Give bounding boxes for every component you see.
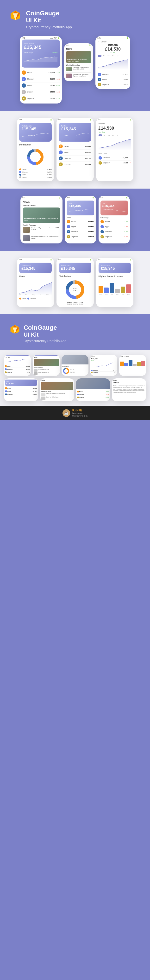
eth-name: Ethereum [27, 78, 50, 80]
donut-container [19, 147, 52, 167]
prow-doge: Ɖ Dogecoin £13,548 [59, 162, 91, 167]
gains-phone: 9:41🔋 Portfolio Value £15,345 Highest Ga… [96, 258, 134, 307]
tab-1y[interactable]: 1y [116, 55, 119, 57]
balance-amount: £15,345 [24, 45, 58, 50]
btc-name: Bitcoin [27, 72, 49, 73]
donut-chart [26, 147, 45, 167]
footer-ui-kit: UI Kit [24, 331, 66, 338]
doge-name: Dogecoin [27, 97, 50, 99]
tab-1w[interactable]: 1w [102, 55, 106, 57]
news-divider-1 [66, 72, 91, 73]
list-item-ltc: Ł Litecoin £43.00 -0.5% [22, 89, 60, 95]
prow-btc: ₿ Bitcoin £11,602 [59, 143, 91, 150]
popular-label: Popular Articles [23, 205, 60, 207]
bitcoin-change: +2.4% [98, 52, 128, 53]
mini-grid-1: £15,345 Bitcoin £10,502 Ethereum £1,200 [4, 355, 146, 376]
value-phone: 9:41🔋 Portfolio Value £15,345 Value [17, 258, 54, 307]
legend-pct-xrp: 20.50% [47, 174, 52, 175]
legend-pct-eth: 28.21% [47, 171, 52, 173]
news-item-1: Crypto and Cryptocurrency News XRP in 20… [66, 67, 91, 71]
news-article-1: Crypto and Cryptocurrency News XRP in 20… [73, 67, 91, 70]
watermark-section: ☕ 设计小咖 iamxk.com 精品内容分享下载 [0, 406, 150, 420]
news-thumb-2 [66, 73, 72, 78]
news-thumb-1 [66, 67, 72, 71]
coin-list-phone-1: 9:41🔋 Total £15,345 Panel ₿ Bitcoin £11,… [65, 196, 96, 243]
legend-dot-xrp [19, 174, 21, 176]
portfolio-chart [24, 54, 58, 64]
doge-label: Dogecoin [102, 84, 123, 85]
dist-balance-label: Portfolio Value [22, 125, 49, 127]
mini-phone-4: Bitcoin £14,530 +2.4% Ethereum £1,200 Do… [90, 355, 117, 376]
eth-price: £1,200 [50, 78, 55, 80]
xrp-icon: ✕ [22, 83, 26, 88]
port-status: 9:41🔋 [56, 118, 94, 121]
legend-name-xrp: Ripple [22, 174, 46, 175]
mini-phone-8: Bitcoin +2.4% Ethereum -1.2% Dogecoin +1… [76, 378, 110, 401]
mini-phone-7: News Weekly Roundup Crypto and Cryptocur… [40, 378, 74, 401]
prow-xrp: ✕ Ethereum £15,125 [59, 156, 91, 162]
legend-pct-btc: 47.36% [47, 169, 52, 170]
sketch-logo [10, 10, 21, 21]
portfolio-rows: ₿ Bitcoin £11,602 Ξ Ripple £17,525 ✕ Eth… [59, 143, 91, 167]
tab-1d[interactable]: 1d [98, 55, 102, 57]
watermark-brand: 设计小咖 [72, 409, 87, 412]
mc-row-2: Ɖ Dogecoin £0.06 ▼ [98, 161, 131, 165]
list-item-btc: ₿ Bitcoin £10,502 +2.4% [22, 70, 60, 76]
bitcoin-header: Bitcoin £14,530 +2.4% [98, 43, 128, 53]
coin-list-phone-2: 9:41🔋 Total £15,345 % Change... ₿ Bitcoi… [98, 196, 130, 243]
status-bar-3: 9:41🔋 [95, 36, 130, 40]
tab-1m[interactable]: 1m [106, 55, 110, 57]
doge-change: +1.1% [56, 98, 60, 99]
row-xrp: ✕ Ripple £0.31 [98, 77, 128, 82]
footer-brand: CoinGauge UI Kit Cryptocurrency Portfoli… [0, 314, 150, 350]
balance-card: Total Portfolio £15,345 24h Change +8.74… [22, 40, 60, 68]
legend-xrp: Ripple 20.50% [19, 174, 52, 176]
list-item-xrp: ✕ Ripple £0.31 +0.8% [22, 83, 60, 89]
list-item-doge: Ɖ Dogecoin £0.06 +1.1% [22, 95, 60, 102]
news-article-2: People Bitcoin Tell Off The Cryptocurren… [73, 73, 91, 77]
eth-price-sm: £1,200 [123, 73, 128, 75]
distribution-phone: 9:41🔋 Portfolio Value £15,345 Distributi… [17, 118, 54, 181]
header-section: CoinGauge UI Kit Cryptocurrency Portfoli… [0, 0, 150, 36]
footer-sketch-logo [10, 324, 20, 334]
legend-ltc: Litecoin 3.93% [19, 177, 52, 178]
svg-text:47%: 47% [73, 290, 77, 292]
total-label: Total Portfolio [24, 42, 58, 44]
news-phones-row: 9:41🔋 News Popular Articles Financial Gi… [5, 196, 145, 243]
status-bar-1: 9:41 ●●●WiFi🔋 [20, 36, 62, 40]
mini-phone-6: Total £15,345 Bitcoin £11,602 Ripple £17… [4, 378, 38, 401]
accent-card: Total £15,345 [100, 200, 128, 215]
bitcoin-name: Bitcoin [98, 43, 128, 47]
white-phones-row: 9:41🔋 Portfolio Value £15,345 Distributi… [5, 118, 145, 181]
prow-eth: Ξ Ripple £17,525 [59, 150, 91, 156]
eth-change: -1.2% [56, 78, 60, 80]
port-screen: Portfolio £15,345 ₿ Bitcoin £11,602 Ξ [56, 121, 94, 170]
svg-text:Jul: Jul [40, 294, 41, 296]
legend-name-eth: Ethereum [22, 171, 46, 173]
dist-phone-2: 9:41🔋 Portfolio Value £15,345 Distributi… [56, 258, 94, 307]
watermark-content: ☕ 设计小咖 iamxk.com 精品内容分享下载 [63, 409, 87, 417]
mini-phone-9: Bitcoin £14,530 +2.4% today Bitcoin is a… [112, 378, 146, 401]
mini-phone-2: News Weekly Roundup Crypto News XRP 2018… [33, 355, 60, 376]
chart-tabs: 1d 1w 1m 3m 1y [98, 55, 128, 57]
svg-text:May: May [32, 294, 35, 296]
doge-icon-sm: Ɖ [98, 83, 101, 86]
dist-status: 9:41🔋 [17, 118, 54, 121]
port-chart-sm [61, 132, 89, 138]
mc-row-1: Ξ Ethereum £1,200 ▲ [98, 156, 131, 161]
btc-chg-pct: +£4 Day [98, 131, 131, 133]
weekly-label: Weekly Roundup [23, 224, 60, 226]
mini-grid-2: Total £15,345 Bitcoin £11,602 Ripple £17… [4, 378, 146, 401]
btc-tabs: 1d 1w 1m 3m 1y [98, 134, 131, 136]
tab-3m[interactable]: 3m [111, 55, 115, 57]
news-phone-small: 9:41🔋 News Financial Giants To Tie Up Wi… [64, 43, 93, 81]
bar-chart [98, 279, 131, 293]
row-doge: Ɖ Dogecoin £0.06 [98, 82, 128, 87]
balance-stats: 24h Change +8.74% [24, 51, 58, 53]
dist-donut-2: BTC 47% [64, 279, 86, 301]
btc-price: £10,502 [49, 72, 55, 73]
footer-brand-name: CoinGauge [24, 324, 66, 331]
analytics-phones: 9:41🔋 Portfolio Value £15,345 Value [5, 258, 145, 307]
mini-phones-section: £15,345 Bitcoin £10,502 Ethereum £1,200 [0, 350, 150, 406]
news-section-purple: 9:41🔋 News Popular Articles Financial Gi… [0, 189, 150, 251]
